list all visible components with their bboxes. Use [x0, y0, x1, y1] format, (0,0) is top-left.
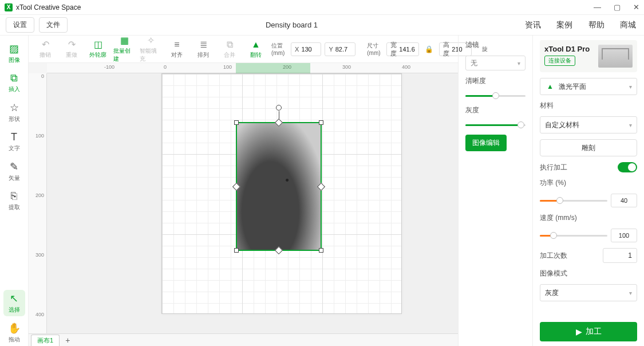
batch-create-button[interactable]: ▦批量创建: [113, 35, 135, 63]
chevron-down-icon: ▾: [629, 290, 632, 296]
canvas-tab-1[interactable]: 画布1: [31, 335, 60, 346]
sharpness-label: 清晰度: [465, 76, 526, 86]
laser-plane-select[interactable]: ▲激光平面 ▾: [540, 78, 637, 95]
smart-fill-button[interactable]: ✧智能填充: [140, 35, 161, 63]
device-card[interactable]: xTool D1 Pro 连接设备: [540, 40, 637, 72]
window-minimize-icon[interactable]: —: [594, 3, 601, 11]
material-select[interactable]: 自定义材料▾: [540, 116, 637, 133]
arrange-button[interactable]: ≣排列: [192, 39, 214, 59]
file-button[interactable]: 文件: [39, 17, 68, 33]
menu-shangcheng[interactable]: 商城: [620, 20, 636, 29]
vector-icon: ✎: [10, 160, 18, 173]
pass-count-input[interactable]: 1: [603, 248, 637, 263]
menu-anli[interactable]: 案例: [556, 20, 572, 29]
pass-label: 加工次数: [540, 251, 567, 261]
speed-label: 速度 (mm/s): [540, 213, 637, 223]
sharpness-slider[interactable]: [465, 92, 526, 100]
tool-extract[interactable]: ⎘提取: [3, 188, 25, 214]
menu-zixun[interactable]: 资讯: [525, 20, 541, 29]
combine-icon: ⧉: [227, 40, 233, 50]
connect-device-button[interactable]: 连接设备: [544, 56, 575, 66]
image-mode-label: 图像模式: [540, 269, 637, 278]
tool-text[interactable]: T文字: [3, 129, 25, 155]
resize-handle-tl[interactable]: [234, 120, 239, 125]
window-maximize-icon[interactable]: ▢: [614, 3, 621, 11]
shape-icon: ☆: [10, 101, 19, 114]
undo-button[interactable]: ↶撤销: [34, 39, 56, 59]
chevron-down-icon: ▾: [517, 60, 520, 66]
cursor-icon: ↖: [10, 292, 18, 305]
top-toolbar: ↶撤销 ↷重做 ◫外轮廓 ▦批量创建 ✧智能填充 ≡对齐 ≣排列 ⧉合并 ▲翻转…: [29, 36, 458, 63]
speed-value-input[interactable]: 100: [611, 229, 637, 242]
add-canvas-button[interactable]: +: [62, 336, 73, 345]
laser-plane-icon: ▲: [545, 81, 555, 92]
tool-pan[interactable]: ✋拖动: [3, 320, 25, 346]
processing-panel: xTool D1 Pro 连接设备 ▲激光平面 ▾ 材料 自定义材料▾ 雕刻 执…: [532, 36, 644, 346]
left-toolbar: ▨图像 ⧉插入 ☆形状 T文字 ✎矢量 ⎘提取 ↖选择 ✋拖动: [0, 36, 29, 346]
canvas-area[interactable]: [47, 73, 458, 333]
canvas-tabs: 画布1 +: [29, 333, 458, 346]
redo-icon: ↷: [68, 39, 76, 50]
process-button[interactable]: ▶ 加工: [540, 322, 637, 341]
lock-aspect-icon[interactable]: 🔒: [422, 45, 436, 53]
tool-shape[interactable]: ☆形状: [3, 99, 25, 125]
rotate-handle[interactable]: [276, 105, 282, 111]
power-label: 功率 (%): [540, 178, 637, 188]
extract-icon: ⎘: [11, 190, 17, 202]
tool-vector[interactable]: ✎矢量: [3, 158, 25, 184]
image-mode-select[interactable]: 灰度▾: [540, 284, 637, 301]
power-slider[interactable]: [540, 196, 607, 205]
size-label: 尺寸 (mm): [367, 42, 383, 56]
app-logo-icon: X: [5, 3, 13, 11]
power-value-input[interactable]: 40: [611, 194, 637, 207]
gray-label: 灰度: [465, 105, 526, 115]
align-button[interactable]: ≡对齐: [166, 40, 188, 59]
material-label: 材料: [540, 101, 637, 111]
ruler-selection-highlight: [236, 63, 310, 73]
redo-button[interactable]: ↷重做: [61, 39, 82, 59]
insert-icon: ⧉: [10, 72, 18, 84]
flip-button[interactable]: ▲翻转: [245, 40, 267, 59]
app-title: xTool Creative Space: [16, 3, 81, 11]
resize-handle-bl[interactable]: [234, 248, 239, 253]
image-content: [237, 123, 321, 250]
image-icon: ▨: [9, 42, 19, 55]
flip-icon: ▲: [251, 40, 260, 50]
position-x-input[interactable]: X130: [291, 42, 321, 56]
menu-bar: 设置 文件 Density board 1 资讯 案例 帮助 商城: [0, 15, 644, 36]
magic-icon: ✧: [147, 35, 155, 46]
width-input[interactable]: 宽度141.6: [386, 42, 419, 56]
speed-slider[interactable]: [540, 231, 607, 239]
canvas-wrap: -100 0 100 200 300 400 0 100 200 300 400: [29, 63, 458, 346]
position-y-input[interactable]: Y82.7: [325, 42, 355, 56]
position-label: 位置 (mm): [271, 42, 287, 56]
combine-button[interactable]: ⧉合并: [219, 40, 240, 59]
grid-icon: ▦: [120, 35, 129, 46]
resize-handle-tr[interactable]: [319, 120, 323, 125]
settings-button[interactable]: 设置: [6, 17, 34, 33]
device-image-icon: [598, 45, 633, 68]
resize-handle-br[interactable]: [319, 248, 323, 253]
engrave-mode-button[interactable]: 雕刻: [540, 139, 637, 156]
tool-select[interactable]: ↖选择: [3, 290, 25, 316]
edit-image-button[interactable]: 图像编辑: [465, 135, 507, 151]
exec-toggle[interactable]: [618, 162, 637, 172]
tool-image[interactable]: ▨图像: [3, 40, 25, 66]
tool-insert[interactable]: ⧉插入: [3, 70, 25, 96]
top-right-menu: 资讯 案例 帮助 商城: [511, 20, 636, 30]
device-name: xTool D1 Pro: [544, 45, 590, 53]
horizontal-ruler: -100 0 100 200 300 400: [47, 63, 458, 73]
selected-image[interactable]: [236, 122, 322, 251]
image-properties-panel: 滤镜 无▾ 清晰度 灰度 图像编辑: [458, 36, 532, 346]
gray-slider[interactable]: [465, 121, 526, 129]
menu-bangzhu[interactable]: 帮助: [588, 20, 605, 29]
chevron-down-icon: ▾: [629, 122, 632, 128]
exec-label: 执行加工: [540, 163, 567, 172]
outline-button[interactable]: ◫外轮廓: [87, 39, 109, 59]
filter-select[interactable]: 无▾: [465, 56, 526, 70]
undo-icon: ↶: [42, 39, 49, 50]
text-icon: T: [11, 131, 17, 143]
filter-label: 滤镜: [465, 40, 526, 50]
document-name: Density board 1: [72, 21, 511, 29]
window-close-icon[interactable]: ✕: [633, 3, 639, 11]
